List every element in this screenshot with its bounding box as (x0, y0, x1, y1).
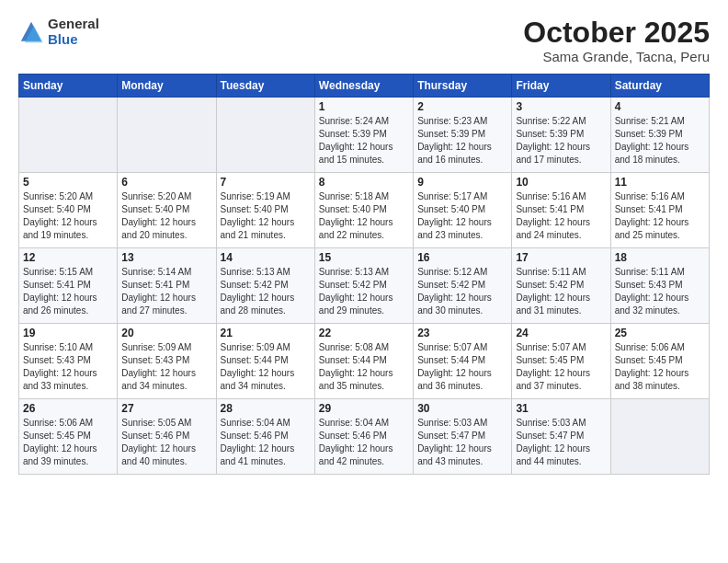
day-number: 3 (516, 100, 606, 113)
week-row-4: 19Sunrise: 5:10 AM Sunset: 5:43 PM Dayli… (19, 324, 710, 399)
day-cell: 15Sunrise: 5:13 AM Sunset: 5:42 PM Dayli… (314, 248, 413, 324)
day-info: Sunrise: 5:13 AM Sunset: 5:42 PM Dayligh… (319, 266, 409, 317)
day-info: Sunrise: 5:20 AM Sunset: 5:40 PM Dayligh… (121, 190, 211, 242)
day-number: 11 (615, 176, 705, 189)
day-info: Sunrise: 5:22 AM Sunset: 5:39 PM Dayligh… (516, 115, 606, 167)
day-cell: 21Sunrise: 5:09 AM Sunset: 5:44 PM Dayli… (216, 324, 314, 399)
day-cell: 27Sunrise: 5:05 AM Sunset: 5:46 PM Dayli… (118, 399, 216, 475)
day-cell: 26Sunrise: 5:06 AM Sunset: 5:45 PM Dayli… (19, 399, 118, 475)
day-cell: 28Sunrise: 5:04 AM Sunset: 5:46 PM Dayli… (216, 399, 314, 475)
header-day-tuesday: Tuesday (216, 75, 314, 98)
day-info: Sunrise: 5:03 AM Sunset: 5:47 PM Dayligh… (417, 417, 507, 468)
day-cell: 29Sunrise: 5:04 AM Sunset: 5:46 PM Dayli… (314, 399, 413, 475)
day-info: Sunrise: 5:17 AM Sunset: 5:40 PM Dayligh… (417, 190, 507, 242)
logo-icon (18, 19, 44, 45)
logo-general: General (48, 17, 99, 32)
day-number: 5 (23, 176, 113, 189)
day-info: Sunrise: 5:05 AM Sunset: 5:46 PM Dayligh… (121, 417, 211, 468)
day-info: Sunrise: 5:12 AM Sunset: 5:42 PM Dayligh… (417, 266, 507, 317)
day-cell: 14Sunrise: 5:13 AM Sunset: 5:42 PM Dayli… (216, 248, 314, 324)
day-info: Sunrise: 5:10 AM Sunset: 5:43 PM Dayligh… (23, 341, 113, 393)
day-number: 6 (121, 176, 211, 189)
header-day-saturday: Saturday (610, 75, 709, 98)
day-number: 31 (516, 402, 606, 415)
day-number: 20 (121, 327, 211, 339)
day-cell: 17Sunrise: 5:11 AM Sunset: 5:42 PM Dayli… (512, 248, 610, 324)
logo: General Blue (18, 17, 99, 47)
day-cell (19, 98, 118, 173)
calendar-header-row: SundayMondayTuesdayWednesdayThursdayFrid… (19, 75, 710, 98)
calendar-subtitle: Sama Grande, Tacna, Peru (523, 49, 710, 64)
day-number: 23 (417, 327, 507, 339)
day-cell: 31Sunrise: 5:03 AM Sunset: 5:47 PM Dayli… (512, 399, 610, 475)
logo-text: General Blue (48, 17, 99, 47)
day-info: Sunrise: 5:11 AM Sunset: 5:42 PM Dayligh… (516, 266, 606, 317)
day-cell: 7Sunrise: 5:19 AM Sunset: 5:40 PM Daylig… (216, 173, 314, 248)
day-number: 14 (221, 251, 311, 264)
header-day-sunday: Sunday (19, 75, 118, 98)
header-day-friday: Friday (512, 75, 610, 98)
day-cell (216, 98, 314, 173)
week-row-5: 26Sunrise: 5:06 AM Sunset: 5:45 PM Dayli… (19, 399, 710, 475)
day-info: Sunrise: 5:08 AM Sunset: 5:44 PM Dayligh… (319, 341, 409, 393)
day-number: 30 (417, 402, 507, 415)
day-number: 26 (23, 402, 113, 415)
day-info: Sunrise: 5:09 AM Sunset: 5:44 PM Dayligh… (221, 341, 311, 393)
day-number: 10 (516, 176, 606, 189)
day-number: 4 (615, 100, 705, 113)
day-cell: 19Sunrise: 5:10 AM Sunset: 5:43 PM Dayli… (19, 324, 118, 399)
day-number: 29 (319, 402, 409, 415)
day-number: 2 (417, 100, 507, 113)
week-row-1: 1Sunrise: 5:24 AM Sunset: 5:39 PM Daylig… (19, 98, 710, 173)
day-info: Sunrise: 5:04 AM Sunset: 5:46 PM Dayligh… (319, 417, 409, 468)
day-number: 16 (417, 251, 507, 264)
week-row-2: 5Sunrise: 5:20 AM Sunset: 5:40 PM Daylig… (19, 173, 710, 248)
day-number: 18 (615, 251, 705, 264)
day-info: Sunrise: 5:24 AM Sunset: 5:39 PM Dayligh… (319, 115, 409, 167)
day-cell: 8Sunrise: 5:18 AM Sunset: 5:40 PM Daylig… (314, 173, 413, 248)
day-cell: 24Sunrise: 5:07 AM Sunset: 5:45 PM Dayli… (512, 324, 610, 399)
day-cell: 10Sunrise: 5:16 AM Sunset: 5:41 PM Dayli… (512, 173, 610, 248)
day-cell: 23Sunrise: 5:07 AM Sunset: 5:44 PM Dayli… (414, 324, 512, 399)
day-info: Sunrise: 5:11 AM Sunset: 5:43 PM Dayligh… (615, 266, 705, 317)
day-cell: 2Sunrise: 5:23 AM Sunset: 5:39 PM Daylig… (414, 98, 512, 173)
day-number: 22 (319, 327, 409, 339)
day-info: Sunrise: 5:18 AM Sunset: 5:40 PM Dayligh… (319, 190, 409, 242)
day-cell: 18Sunrise: 5:11 AM Sunset: 5:43 PM Dayli… (610, 248, 709, 324)
day-cell (118, 98, 216, 173)
day-number: 21 (221, 327, 311, 339)
day-number: 7 (221, 176, 311, 189)
title-block: October 2025 Sama Grande, Tacna, Peru (523, 17, 710, 64)
day-cell: 30Sunrise: 5:03 AM Sunset: 5:47 PM Dayli… (414, 399, 512, 475)
day-number: 9 (417, 176, 507, 189)
page: General Blue October 2025 Sama Grande, T… (0, 0, 728, 563)
day-cell: 5Sunrise: 5:20 AM Sunset: 5:40 PM Daylig… (19, 173, 118, 248)
week-row-3: 12Sunrise: 5:15 AM Sunset: 5:41 PM Dayli… (19, 248, 710, 324)
day-number: 17 (516, 251, 606, 264)
day-number: 1 (319, 100, 409, 113)
day-number: 19 (23, 327, 113, 339)
day-info: Sunrise: 5:07 AM Sunset: 5:44 PM Dayligh… (417, 341, 507, 393)
day-cell: 25Sunrise: 5:06 AM Sunset: 5:45 PM Dayli… (610, 324, 709, 399)
day-info: Sunrise: 5:14 AM Sunset: 5:41 PM Dayligh… (121, 266, 211, 317)
day-number: 28 (221, 402, 311, 415)
logo-blue: Blue (48, 32, 99, 48)
day-cell: 1Sunrise: 5:24 AM Sunset: 5:39 PM Daylig… (314, 98, 413, 173)
day-info: Sunrise: 5:21 AM Sunset: 5:39 PM Dayligh… (615, 115, 705, 167)
day-number: 15 (319, 251, 409, 264)
day-cell: 20Sunrise: 5:09 AM Sunset: 5:43 PM Dayli… (118, 324, 216, 399)
day-info: Sunrise: 5:06 AM Sunset: 5:45 PM Dayligh… (23, 417, 113, 468)
day-info: Sunrise: 5:19 AM Sunset: 5:40 PM Dayligh… (221, 190, 311, 242)
day-info: Sunrise: 5:03 AM Sunset: 5:47 PM Dayligh… (516, 417, 606, 468)
day-number: 8 (319, 176, 409, 189)
day-info: Sunrise: 5:20 AM Sunset: 5:40 PM Dayligh… (23, 190, 113, 242)
day-info: Sunrise: 5:15 AM Sunset: 5:41 PM Dayligh… (23, 266, 113, 317)
day-cell: 6Sunrise: 5:20 AM Sunset: 5:40 PM Daylig… (118, 173, 216, 248)
day-cell: 22Sunrise: 5:08 AM Sunset: 5:44 PM Dayli… (314, 324, 413, 399)
day-cell: 13Sunrise: 5:14 AM Sunset: 5:41 PM Dayli… (118, 248, 216, 324)
day-info: Sunrise: 5:09 AM Sunset: 5:43 PM Dayligh… (121, 341, 211, 393)
day-number: 24 (516, 327, 606, 339)
day-info: Sunrise: 5:16 AM Sunset: 5:41 PM Dayligh… (516, 190, 606, 242)
day-info: Sunrise: 5:23 AM Sunset: 5:39 PM Dayligh… (417, 115, 507, 167)
day-cell: 9Sunrise: 5:17 AM Sunset: 5:40 PM Daylig… (414, 173, 512, 248)
